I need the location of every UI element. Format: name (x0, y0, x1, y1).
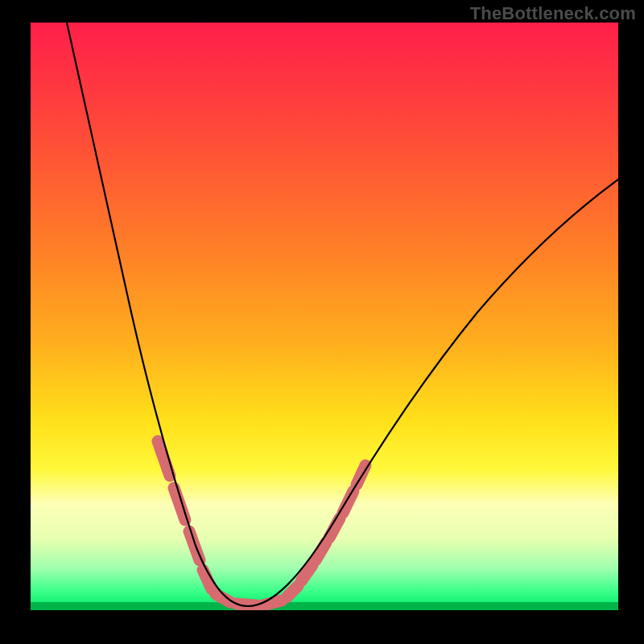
overlay-right-3 (316, 543, 326, 560)
watermark-text: TheBottleneck.com (470, 3, 636, 24)
overlay-left-3 (189, 531, 200, 560)
overlay-right-5 (343, 491, 353, 513)
bottleneck-curve-svg (31, 23, 618, 610)
overlay-right-1 (287, 586, 298, 597)
chart-frame: TheBottleneck.com (0, 0, 644, 644)
plot-area (31, 23, 618, 610)
